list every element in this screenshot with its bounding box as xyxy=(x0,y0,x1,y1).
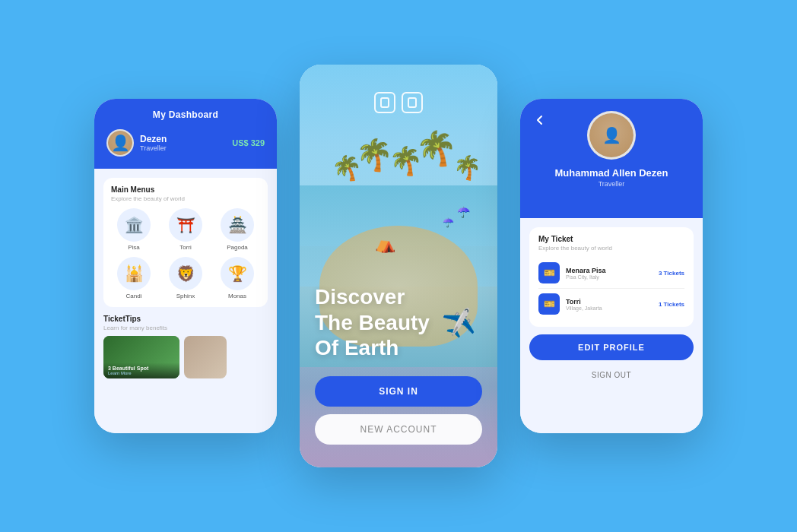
ticket-name-2: Torri xyxy=(566,298,602,306)
ticket-row-left-1: 🎫 Menara Pisa Pisa City, Italy xyxy=(538,262,606,283)
dashboard-title: My Dashboard xyxy=(106,109,265,120)
profile-avatar-image: 👤 xyxy=(589,113,633,157)
ticket-images-row: 3 Beautiful Spot Learn More xyxy=(103,336,268,378)
menu-item-sphinx[interactable]: 🦁 Sphinx xyxy=(163,257,208,299)
candi-label: Candi xyxy=(126,293,142,299)
ticket-image-overlay-1: 3 Beautiful Spot Learn More xyxy=(103,363,179,378)
building-background xyxy=(184,336,227,378)
dashboard-screen: My Dashboard 👤 Dezen Traveller US$ 329 M… xyxy=(94,99,277,433)
pisa-icon: 🏛️ xyxy=(117,208,151,242)
balance-display: US$ 329 xyxy=(232,138,265,147)
menu-item-pisa[interactable]: 🏛️ Pisa xyxy=(111,208,157,251)
ticket-subtitle: Explore the beauty of world xyxy=(538,245,684,252)
candi-icon: 🕌 xyxy=(117,257,151,290)
ticket-tips-title: TicketTips xyxy=(103,315,268,323)
profile-screen: 👤 Muhammad Allen Dezen Traveller My Tick… xyxy=(520,99,703,433)
main-menus-subtitle: Explore the beauty of world xyxy=(111,195,260,202)
profile-header: 👤 Muhammad Allen Dezen Traveller xyxy=(520,99,703,218)
menu-item-monas[interactable]: 🏆 Monas xyxy=(214,257,260,299)
discover-screen: 🌴 🌴 🌴 🌴 🌴 ⛺ ✈️ ☂️ ☂️ Discover xyxy=(300,65,497,467)
ticket-image-2[interactable] xyxy=(184,336,227,378)
ticket-row-left-2: 🎫 Torri Village, Jakarta xyxy=(538,293,602,315)
torri-icon: ⛩️ xyxy=(169,208,202,242)
user-details: Dezen Traveller xyxy=(140,134,167,152)
headline-line2: The Beauty xyxy=(315,311,430,334)
ticket-image-label-1: 3 Beautiful Spot xyxy=(108,366,175,371)
profile-role: Traveller xyxy=(532,180,691,188)
pagoda-icon: 🏯 xyxy=(221,208,254,242)
menu-icons-grid: 🏛️ Pisa ⛩️ Torri 🏯 Pagoda 🕌 Candi xyxy=(111,208,260,299)
ticket-name-1: Menara Pisa xyxy=(566,267,606,274)
dashboard-user-row: 👤 Dezen Traveller US$ 329 xyxy=(106,129,265,157)
ticket-title: My Ticket xyxy=(538,235,684,243)
profile-name: Muhammad Allen Dezen xyxy=(532,167,691,179)
headline-line3: Of Earth xyxy=(315,336,398,359)
ticket-icon-2: 🎫 xyxy=(538,293,560,315)
monas-icon: 🏆 xyxy=(221,257,254,290)
avatar-image: 👤 xyxy=(108,131,132,155)
ticket-tips-section: TicketTips Learn for many benefits 3 Bea… xyxy=(103,315,268,378)
sphinx-icon: 🦁 xyxy=(169,257,202,290)
discover-content: Discover The Beauty Of Earth SIGN IN NEW… xyxy=(300,65,497,467)
monas-label: Monas xyxy=(228,293,246,299)
headline-line1: Discover xyxy=(315,285,405,309)
ticket-location-1: Pisa City, Italy xyxy=(566,274,606,280)
pisa-label: Pisa xyxy=(128,244,140,251)
dashboard-header: My Dashboard 👤 Dezen Traveller US$ 329 xyxy=(94,99,277,169)
back-button[interactable] xyxy=(531,111,549,129)
main-menus-title: Main Menus xyxy=(111,185,260,194)
sign-out-button[interactable]: SIGN OUT xyxy=(529,366,694,384)
dashboard-user-info: 👤 Dezen Traveller xyxy=(106,129,167,157)
menu-item-candi[interactable]: 🕌 Candi xyxy=(111,257,157,299)
ticket-learn-more[interactable]: Learn More xyxy=(108,371,175,375)
profile-body: My Ticket Explore the beauty of world 🎫 … xyxy=(520,218,703,433)
signin-button[interactable]: SIGN IN xyxy=(315,376,482,407)
ticket-card: My Ticket Explore the beauty of world 🎫 … xyxy=(529,227,694,327)
new-account-button[interactable]: NEW ACCOUNT xyxy=(315,414,482,445)
ticket-icon-1: 🎫 xyxy=(538,262,560,283)
ticket-tips-subtitle: Learn for many benefits xyxy=(103,325,268,331)
ticket-image-1[interactable]: 3 Beautiful Spot Learn More xyxy=(103,336,179,378)
user-name: Dezen xyxy=(140,134,167,144)
sphinx-label: Sphinx xyxy=(176,293,195,299)
pagoda-label: Pagoda xyxy=(227,244,248,251)
discover-headline: Discover The Beauty Of Earth xyxy=(315,284,482,361)
menu-item-pagoda[interactable]: 🏯 Pagoda xyxy=(214,208,260,251)
dashboard-body: Main Menus Explore the beauty of world 🏛… xyxy=(94,169,277,433)
ticket-row-1[interactable]: 🎫 Menara Pisa Pisa City, Italy 3 Tickets xyxy=(538,258,684,289)
edit-profile-button[interactable]: EDIT PROFILE xyxy=(529,334,694,360)
ticket-count-1: 3 Tickets xyxy=(659,270,684,277)
back-arrow-icon xyxy=(534,114,546,126)
avatar: 👤 xyxy=(106,129,134,157)
ticket-row-2[interactable]: 🎫 Torri Village, Jakarta 1 Tickets xyxy=(538,289,684,319)
user-role: Traveller xyxy=(140,144,167,152)
ticket-location-2: Village, Jakarta xyxy=(566,306,602,311)
main-menus-section: Main Menus Explore the beauty of world 🏛… xyxy=(103,178,268,307)
ticket-info-2: Torri Village, Jakarta xyxy=(566,298,602,311)
ticket-count-2: 1 Tickets xyxy=(659,301,684,308)
ticket-info-1: Menara Pisa Pisa City, Italy xyxy=(566,267,606,280)
torri-label: Torri xyxy=(179,244,192,251)
menu-item-torri[interactable]: ⛩️ Torri xyxy=(163,208,208,251)
profile-avatar: 👤 xyxy=(587,111,636,160)
